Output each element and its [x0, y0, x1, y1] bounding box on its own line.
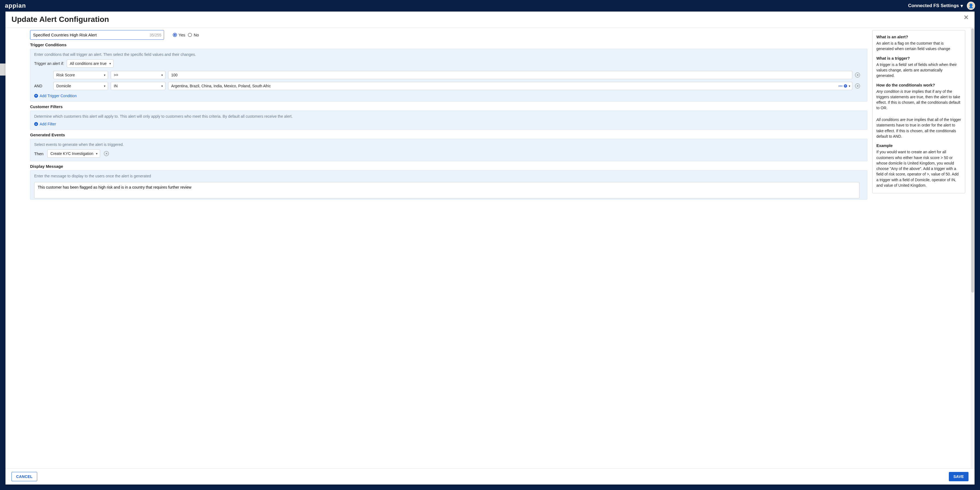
condition-value-input[interactable]: 100 — [168, 71, 852, 79]
remove-event-icon[interactable]: ✕ — [104, 151, 109, 156]
condition-row: Risk Score >= 100 ✕ — [34, 71, 863, 79]
radio-no[interactable]: No — [188, 33, 199, 37]
event-action-select[interactable]: Create KYC Investigation — [47, 150, 100, 158]
cancel-button[interactable]: CANCEL — [11, 472, 37, 481]
help-heading: How do the conditionals work? — [877, 82, 961, 88]
help-text: A trigger is a field/ set of fields whic… — [877, 62, 961, 78]
top-bar: appian Connected FS Settings ▾ 👤 — [0, 0, 980, 11]
conjunction-cell: AND — [34, 84, 51, 88]
settings-label: Connected FS Settings — [908, 3, 959, 8]
condition-operator-select[interactable]: IN — [111, 82, 165, 90]
user-avatar[interactable]: 👤 — [967, 2, 975, 10]
trigger-mode-select[interactable]: All conditions are true — [67, 59, 113, 68]
active-radio-group: Yes No — [173, 33, 199, 37]
vertical-scrollbar[interactable] — [971, 28, 975, 468]
alert-name-input[interactable] — [30, 30, 164, 40]
modal-body: 35/255 Yes No Trigger Conditio — [5, 28, 975, 468]
condition-field-select[interactable]: Risk Score — [53, 71, 108, 79]
display-message-heading: Display Message — [30, 164, 867, 169]
generated-events-panel: Select events to generate when the alert… — [30, 139, 867, 161]
condition-value-multiselect[interactable]: Argentina, Brazil, China, India, Mexico,… — [168, 82, 852, 90]
help-heading: What is an alert? — [877, 34, 961, 40]
radio-circle-icon — [188, 33, 192, 37]
trigger-hint: Enter conditions that will trigger an al… — [34, 52, 863, 57]
condition-field-select[interactable]: Domicile — [53, 82, 108, 90]
help-heading: Example — [877, 143, 961, 148]
help-text: An alert is a flag on the customer that … — [877, 40, 961, 52]
remove-condition-icon[interactable]: ✕ — [855, 73, 860, 77]
plus-circle-icon: + — [34, 122, 38, 126]
add-filter-link[interactable]: + Add Filter — [34, 122, 56, 126]
caret-down-icon: ▾ — [849, 84, 850, 88]
app-logo: appian — [5, 2, 26, 9]
customer-filters-panel: Determine which customers this alert wil… — [30, 110, 867, 130]
help-text: Any condition is true implies that if an… — [877, 89, 961, 111]
help-text: All conditions are true implies that all… — [877, 117, 961, 139]
help-panel: What is an alert? An alert is a flag on … — [872, 30, 965, 193]
customer-filters-heading: Customer Filters — [30, 104, 867, 109]
display-message-panel: Enter the message to display to the user… — [30, 170, 867, 200]
message-hint: Enter the message to display to the user… — [34, 174, 863, 178]
radio-yes[interactable]: Yes — [173, 33, 185, 37]
condition-operator-select[interactable]: >= — [111, 71, 165, 79]
alert-name-field-wrap: 35/255 — [30, 30, 164, 40]
char-counter: 35/255 — [150, 33, 161, 37]
modal-dialog: Update Alert Configuration ✕ 35/255 Yes — [5, 11, 975, 485]
radio-no-label: No — [194, 33, 199, 37]
filters-hint: Determine which customers this alert wil… — [34, 114, 863, 118]
display-message-textarea[interactable] — [34, 182, 859, 198]
remove-condition-icon[interactable]: ✕ — [855, 83, 860, 88]
caret-down-icon: ▾ — [961, 3, 963, 9]
help-text: If you would want to create an alert for… — [877, 149, 961, 188]
save-button[interactable]: SAVE — [949, 472, 969, 481]
trigger-if-label: Trigger an alert if: — [34, 61, 64, 66]
help-heading: What is a trigger? — [877, 56, 961, 61]
plus-circle-icon: + — [34, 94, 38, 98]
trigger-conditions-heading: Trigger Conditions — [30, 42, 867, 47]
ellipsis-icon: ••• — [838, 84, 843, 88]
close-icon[interactable]: ✕ — [964, 14, 969, 21]
modal-title: Update Alert Configuration — [11, 15, 109, 24]
modal-footer: CANCEL SAVE — [5, 468, 975, 485]
radio-yes-label: Yes — [178, 33, 185, 37]
then-label: Then — [34, 152, 43, 156]
condition-row: AND Domicile IN Argentina, Brazil, China… — [34, 82, 863, 90]
settings-dropdown[interactable]: Connected FS Settings ▾ — [908, 3, 963, 9]
generated-events-heading: Generated Events — [30, 132, 867, 137]
events-hint: Select events to generate when the alert… — [34, 142, 863, 147]
modal-header: Update Alert Configuration ✕ — [5, 12, 975, 28]
trigger-conditions-panel: Enter conditions that will trigger an al… — [30, 49, 867, 102]
clear-icon[interactable]: ✕ — [844, 84, 847, 88]
scrollbar-thumb[interactable] — [971, 29, 974, 293]
add-trigger-condition-link[interactable]: + Add Trigger Condition — [34, 94, 76, 98]
radio-circle-icon — [173, 33, 177, 37]
